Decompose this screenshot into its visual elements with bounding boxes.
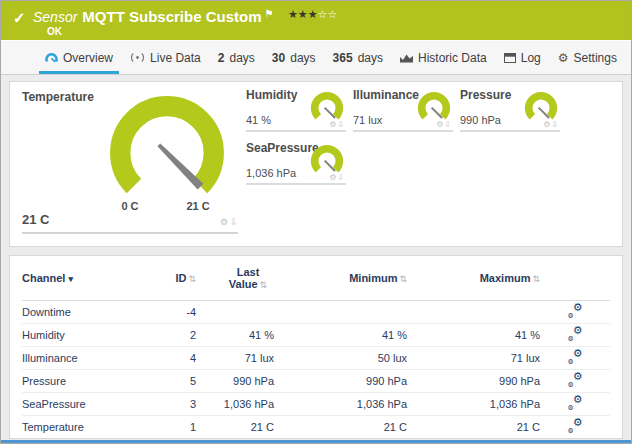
channel-id: 5 bbox=[152, 369, 196, 392]
column-header-minimum[interactable]: Minimum⇅ bbox=[274, 256, 407, 300]
channel-minimum bbox=[274, 300, 407, 323]
sort-icon: ⇅ bbox=[532, 274, 540, 284]
channel-minimum: 1,036 hPa bbox=[274, 392, 407, 415]
channel-last-value: 990 hPa bbox=[196, 369, 274, 392]
tab-365-days-number: 365 bbox=[333, 51, 353, 65]
gauge-action-icons[interactable]: ⚙⇩ bbox=[329, 173, 345, 182]
column-header-channel[interactable]: Channel▾ bbox=[22, 256, 152, 300]
sensor-header: ✓ SensorMQTT Subscribe Custom⚑ ★★★☆☆ OK bbox=[1, 1, 631, 41]
primary-gauge-value: 21 C bbox=[22, 212, 49, 227]
gauge-download-icon[interactable]: ⇩ bbox=[337, 120, 345, 129]
tab-2-days-number: 2 bbox=[218, 51, 225, 65]
channel-id: 1 bbox=[152, 415, 196, 438]
stars-filled: ★★★ bbox=[288, 8, 318, 20]
sort-icon: ⇅ bbox=[399, 274, 407, 284]
tab-settings-label: Settings bbox=[574, 51, 617, 65]
table-row: Pressure 5 990 hPa 990 hPa 990 hPa ⚙⚙ bbox=[22, 369, 610, 392]
column-header-actions bbox=[540, 256, 610, 300]
channel-maximum: 71 lux bbox=[407, 346, 540, 369]
channel-name: Temperature bbox=[22, 415, 152, 438]
tab-30-days-number: 30 bbox=[272, 51, 285, 65]
status-check-icon: ✓ bbox=[13, 9, 26, 27]
channel-settings-icon[interactable]: ⚙⚙ bbox=[568, 304, 583, 318]
priority-stars[interactable]: ★★★☆☆ bbox=[288, 8, 337, 20]
channel-id: 2 bbox=[152, 323, 196, 346]
channel-last-value: 71 lux bbox=[196, 346, 274, 369]
gauge-seapressure: SeaPressure 1,036 hPa ⚙⇩ bbox=[246, 141, 346, 185]
gauge-title: Humidity bbox=[246, 88, 297, 102]
tab-historic-data-label: Historic Data bbox=[418, 51, 487, 65]
gear-icon: ⚙ bbox=[558, 51, 569, 65]
tab-365-days-label: days bbox=[358, 51, 383, 65]
channels-table: Channel▾ ID⇅ Last Value⇅ Minimum⇅ Maximu… bbox=[22, 256, 610, 439]
log-table-icon bbox=[504, 53, 516, 63]
channel-last-value: 1,036 hPa bbox=[196, 392, 274, 415]
tab-log[interactable]: Log bbox=[498, 41, 547, 74]
channel-name: SeaPressure bbox=[22, 392, 152, 415]
channel-id: 4 bbox=[152, 346, 196, 369]
tab-30-days[interactable]: 30 days bbox=[266, 41, 322, 74]
column-header-last-value[interactable]: Last Value⇅ bbox=[196, 256, 274, 300]
gauge-action-icons[interactable]: ⚙⇩ bbox=[436, 120, 452, 129]
primary-gauge-title: Temperature bbox=[22, 90, 94, 104]
gauge-value: 71 lux bbox=[353, 114, 382, 126]
window-bottom-border bbox=[1, 440, 631, 443]
channel-maximum: 990 hPa bbox=[407, 369, 540, 392]
gauge-value: 990 hPa bbox=[460, 114, 501, 126]
channel-settings-icon[interactable]: ⚙⚙ bbox=[568, 373, 583, 387]
sort-icon: ⇅ bbox=[260, 280, 268, 290]
tab-30-days-label: days bbox=[290, 51, 315, 65]
gauge-action-icons[interactable]: ⚙⇩ bbox=[543, 120, 559, 129]
tab-bar: Overview Live Data 2 days 30 days 365 da… bbox=[1, 41, 631, 75]
gauge-scale-max: 21 C bbox=[176, 200, 220, 212]
tab-2-days[interactable]: 2 days bbox=[212, 41, 261, 74]
gauge-action-icons[interactable]: ⚙⇩ bbox=[220, 217, 240, 227]
table-row: Illuminance 4 71 lux 50 lux 71 lux ⚙⚙ bbox=[22, 346, 610, 369]
gauge-pressure: Pressure 990 hPa ⚙⇩ bbox=[460, 88, 560, 132]
channel-settings-icon[interactable]: ⚙⚙ bbox=[568, 396, 583, 410]
column-header-id[interactable]: ID⇅ bbox=[152, 256, 196, 300]
tab-365-days[interactable]: 365 days bbox=[327, 41, 389, 74]
gauge-scale-min: 0 C bbox=[108, 200, 152, 212]
channel-maximum: 1,036 hPa bbox=[407, 392, 540, 415]
gauge-value: 1,036 hPa bbox=[246, 167, 296, 179]
sort-icon: ⇅ bbox=[188, 274, 196, 284]
tab-settings[interactable]: ⚙ Settings bbox=[552, 41, 623, 74]
gauge-settings-icon[interactable]: ⚙ bbox=[220, 217, 230, 227]
gauge-illuminance: Illuminance 71 lux ⚙⇩ bbox=[353, 88, 453, 132]
channel-name: Downtime bbox=[22, 300, 152, 323]
gauge-humidity: Humidity 41 % ⚙⇩ bbox=[246, 88, 346, 132]
channel-name: Humidity bbox=[22, 323, 152, 346]
channel-maximum: 41 % bbox=[407, 323, 540, 346]
column-header-maximum[interactable]: Maximum⇅ bbox=[407, 256, 540, 300]
tab-historic-data[interactable]: Historic Data bbox=[394, 41, 493, 74]
tab-overview-label: Overview bbox=[63, 51, 113, 65]
gauge-download-icon[interactable]: ⇩ bbox=[230, 217, 240, 227]
gauge-underline bbox=[22, 232, 238, 234]
channels-table-panel: Channel▾ ID⇅ Last Value⇅ Minimum⇅ Maximu… bbox=[9, 255, 623, 439]
priority-flag-icon[interactable]: ⚑ bbox=[265, 8, 274, 19]
gauge-title: Illuminance bbox=[353, 88, 419, 102]
histogram-icon bbox=[400, 53, 413, 63]
gauge-download-icon[interactable]: ⇩ bbox=[551, 120, 559, 129]
gauge-download-icon[interactable]: ⇩ bbox=[444, 120, 452, 129]
channel-settings-icon[interactable]: ⚙⚙ bbox=[568, 350, 583, 364]
channel-name: Illuminance bbox=[22, 346, 152, 369]
channel-last-value: 41 % bbox=[196, 323, 274, 346]
sensor-type-label: Sensor bbox=[33, 9, 77, 25]
tab-overview[interactable]: Overview bbox=[39, 41, 119, 74]
gauge-download-icon[interactable]: ⇩ bbox=[337, 173, 345, 182]
temperature-gauge-chart bbox=[106, 92, 228, 214]
tab-live-data-label: Live Data bbox=[150, 51, 201, 65]
channel-settings-icon[interactable]: ⚙⚙ bbox=[568, 327, 583, 341]
channel-settings-icon[interactable]: ⚙⚙ bbox=[568, 419, 583, 433]
table-row: SeaPressure 3 1,036 hPa 1,036 hPa 1,036 … bbox=[22, 392, 610, 415]
tab-2-days-label: days bbox=[229, 51, 254, 65]
table-row: Downtime -4 ⚙⚙ bbox=[22, 300, 610, 323]
tab-live-data[interactable]: Live Data bbox=[124, 41, 207, 74]
gauge-action-icons[interactable]: ⚙⇩ bbox=[329, 120, 345, 129]
channel-name: Pressure bbox=[22, 369, 152, 392]
caret-down-icon: ▾ bbox=[68, 274, 73, 284]
channel-last-value: 21 C bbox=[196, 415, 274, 438]
stars-empty: ☆☆ bbox=[318, 8, 338, 20]
